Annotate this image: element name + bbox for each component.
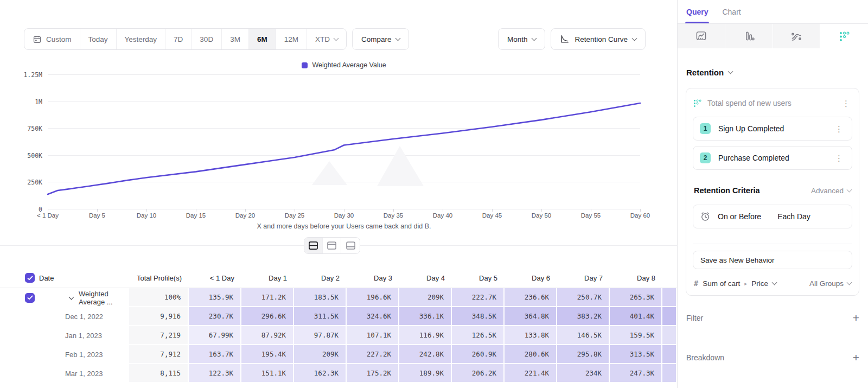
tab-query[interactable]: Query [686, 0, 708, 23]
column-header-overflow [662, 268, 677, 288]
arrow-right-icon: ▸ [744, 281, 747, 287]
criteria-title: Retention Criteria [694, 186, 760, 195]
retention-icon[interactable] [820, 24, 868, 48]
range-label: 30D [200, 35, 213, 43]
retention-value-cell: 183.5K [294, 288, 347, 307]
range-button-custom[interactable]: Custom [24, 29, 80, 49]
legend-item[interactable]: Weighted Average Value [48, 61, 640, 69]
step-sign-up-completed[interactable]: 1 Sign Up Completed ⋮ [693, 117, 852, 141]
overflow-cell [662, 288, 677, 307]
range-button-30d[interactable]: 30D [192, 29, 222, 49]
gridline [48, 155, 640, 156]
chevron-down-icon [532, 35, 537, 41]
retention-value-cell: 195.4K [241, 345, 294, 364]
x-axis-label: Day 30 [322, 212, 366, 219]
funnels-icon[interactable] [725, 24, 773, 48]
measure-property-dropdown[interactable]: # Sum of cart ▸ Price [694, 279, 776, 288]
add-filter-button[interactable]: + [853, 312, 859, 323]
step-label: Sign Up Completed [718, 124, 784, 133]
table-row[interactable]: Jan 1, 20237,21967.99K87.92K97.87K107.1K… [0, 326, 677, 345]
watermark-triangle [312, 161, 347, 185]
retention-value-cell: 122.3K [189, 364, 241, 383]
number-type-icon: # [694, 279, 698, 288]
add-breakdown-button[interactable]: + [853, 352, 859, 363]
row-checkbox[interactable] [25, 293, 35, 303]
range-button-xtd[interactable]: XTD [307, 29, 346, 49]
retention-value-cell: 222.7K [452, 288, 505, 307]
step-purchase-completed[interactable]: 2 Purchase Completed ⋮ [693, 146, 852, 170]
range-button-3m[interactable]: 3M [222, 29, 249, 49]
gridline [48, 101, 640, 102]
legend-swatch [302, 62, 308, 68]
range-button-yesterday[interactable]: Yesterday [117, 29, 166, 49]
retention-value-cell: 151.1K [241, 364, 294, 383]
retention-value-cell: 221.4K [505, 364, 557, 383]
range-button-6m[interactable]: 6M [249, 29, 276, 49]
compare-button[interactable]: Compare [352, 28, 410, 50]
main-area: CustomTodayYesterday7D30D3M6M12MXTD Comp… [0, 0, 677, 388]
split-view-toggle[interactable] [304, 238, 323, 253]
table-header-row: DateTotal Profile(s)< 1 DayDay 1Day 2Day… [0, 268, 677, 288]
range-button-12m[interactable]: 12M [276, 29, 307, 49]
row-label-cell: Mar 1, 2023 [0, 364, 129, 383]
retention-value-cell: 348.5K [452, 307, 505, 326]
condition-select[interactable]: On or Before [718, 212, 761, 221]
column-header: Total Profile(s) [129, 268, 189, 288]
retention-value-cell: 242.8K [399, 345, 452, 364]
table-row[interactable]: Mar 1, 20238,115122.3K151.1K162.3K175.2K… [0, 364, 677, 383]
insights-icon[interactable] [678, 24, 725, 48]
chevron-down-icon [772, 279, 777, 285]
table-view-toggle[interactable] [341, 238, 360, 253]
chevron-down-icon [395, 35, 401, 41]
kebab-menu-icon[interactable]: ⋮ [833, 153, 845, 163]
range-label: 3M [230, 35, 240, 43]
y-axis-label: 250K [0, 179, 42, 186]
table-row[interactable]: Weighted Average ...100%135.9K171.2K183.… [0, 288, 677, 307]
retention-value-cell: 196.6K [347, 288, 399, 307]
measure-row: # Sum of cart ▸ Price All Groups [693, 279, 852, 288]
table-row[interactable]: Feb 1, 20237,912163.7K195.4K209K227.2K24… [0, 345, 677, 364]
all-groups-dropdown[interactable]: All Groups [809, 279, 851, 288]
x-axis-tick [97, 209, 98, 212]
advanced-dropdown[interactable]: Advanced [811, 187, 851, 195]
toolbar: CustomTodayYesterday7D30D3M6M12MXTD Comp… [24, 28, 646, 50]
retention-value-cell: 162.3K [294, 364, 347, 383]
x-axis-label: Day 45 [470, 212, 514, 219]
retention-value-cell: 163.7K [189, 345, 241, 364]
table-row[interactable]: Dec 1, 20229,916230.7K296.6K311.5K324.6K… [0, 307, 677, 326]
overflow-cell [662, 307, 677, 326]
retention-value-cell: 107.1K [347, 326, 399, 345]
weighted-average-line [48, 103, 640, 194]
kebab-menu-icon[interactable]: ⋮ [833, 124, 845, 134]
y-axis-label: 500K [0, 152, 42, 160]
range-button-today[interactable]: Today [80, 29, 117, 49]
chart-view-toggle[interactable] [323, 238, 341, 253]
tab-chart[interactable]: Chart [722, 0, 741, 23]
retention-section-dropdown[interactable]: Retention [686, 68, 859, 77]
x-axis-tick [146, 209, 147, 212]
retention-value-cell: 146.5K [557, 326, 610, 345]
retention-value-cell: 364.8K [505, 307, 557, 326]
range-label: 7D [174, 35, 183, 43]
x-axis-label: Day 35 [372, 212, 415, 219]
range-button-7d[interactable]: 7D [165, 29, 192, 49]
retention-criteria-row: Retention Criteria Advanced [693, 186, 852, 195]
flows-icon[interactable] [773, 24, 821, 48]
expand-chevron-icon[interactable] [69, 294, 74, 300]
measure-event: Sum of cart [703, 279, 740, 288]
chart-type-label: Retention Curve [575, 35, 628, 43]
calendar-icon [33, 35, 42, 44]
x-axis-title: X and more days before your Users came b… [48, 222, 640, 230]
y-axis-label: 750K [0, 125, 42, 132]
kebab-menu-icon[interactable]: ⋮ [840, 98, 852, 109]
granularity-label: Month [507, 35, 528, 43]
select-all-checkbox[interactable] [25, 273, 35, 283]
retention-value-cell: 265.3K [610, 288, 662, 307]
retention-value-cell: 234K [557, 364, 610, 383]
granularity-button[interactable]: Month [498, 28, 546, 50]
save-as-new-behavior-button[interactable]: Save as New Behavior [693, 251, 852, 269]
row-label: Jan 1, 2023 [65, 332, 102, 340]
unit-select[interactable]: Each Day [777, 212, 810, 221]
x-axis-label: Day 5 [75, 212, 119, 219]
chart-type-button[interactable]: Retention Curve [551, 28, 646, 50]
